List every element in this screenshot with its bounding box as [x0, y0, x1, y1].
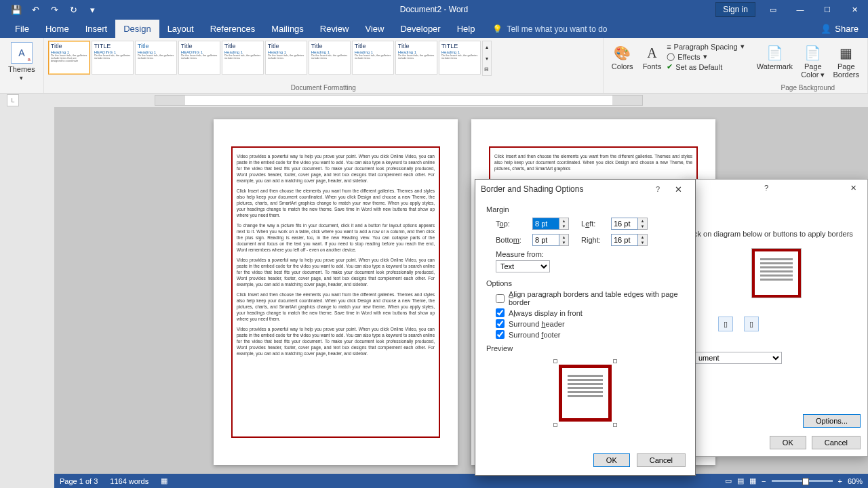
left-input[interactable]: [611, 218, 638, 230]
apply-to-select[interactable]: ument: [694, 352, 782, 364]
share-icon: 👤: [821, 24, 831, 34]
border-shading-options-dialog: Border and Shading Options ? ✕ Margin To…: [475, 179, 696, 476]
effects-label: Effects: [677, 53, 700, 61]
ok-button[interactable]: OK: [770, 436, 806, 449]
styleset-item[interactable]: TitleHeading 1On the Insert tab, the gal…: [395, 41, 437, 75]
view-web-icon[interactable]: ▦: [749, 476, 756, 485]
ribbon-options-icon[interactable]: ▭: [760, 0, 787, 19]
styleset-item[interactable]: TitleHeading 1On the Insert tab, the gal…: [222, 41, 264, 75]
title-bar: 💾 ↶ ↷ ↻ ▾ Document2 - Word Sign in ▭ — ☐…: [0, 0, 868, 19]
save-icon[interactable]: 💾: [7, 0, 26, 19]
display-front-checkbox[interactable]: [496, 308, 505, 317]
themes-button[interactable]: Aa Themes ▾: [4, 41, 39, 83]
tab-help[interactable]: Help: [449, 20, 484, 38]
align-checkbox[interactable]: [496, 294, 505, 303]
border-side-button[interactable]: ▯: [718, 317, 733, 331]
view-read-icon[interactable]: ▭: [725, 476, 732, 485]
zoom-level[interactable]: 60%: [848, 477, 863, 485]
watermark-button[interactable]: 📄Watermark: [753, 41, 797, 79]
themes-label: Themes: [8, 65, 35, 73]
tab-view[interactable]: View: [357, 20, 392, 38]
qat-more-icon[interactable]: ▾: [83, 0, 102, 19]
styleset-item[interactable]: TitleHeading 1On the Insert tab, the gal…: [265, 41, 307, 75]
tab-references[interactable]: References: [202, 20, 263, 38]
measure-from-select[interactable]: Text: [496, 260, 550, 272]
spacing-icon: ≡: [667, 43, 671, 51]
close-icon[interactable]: ✕: [667, 184, 690, 195]
tab-insert[interactable]: Insert: [77, 20, 116, 38]
sign-in-button[interactable]: Sign in: [715, 2, 755, 17]
tell-me-search[interactable]: 💡 Tell me what you want to do: [492, 20, 607, 38]
tab-file[interactable]: File: [7, 20, 37, 38]
right-input[interactable]: [611, 234, 638, 246]
top-spinner[interactable]: ▲▼: [532, 218, 569, 230]
left-spinner[interactable]: ▲▼: [611, 218, 648, 230]
border-side-button[interactable]: ▯: [744, 317, 759, 331]
page-borders-button[interactable]: ▦PageBorders: [829, 41, 863, 79]
styleset-item[interactable]: TitleHEADING 1On the Insert tab, the gal…: [178, 41, 220, 75]
close-icon[interactable]: ✕: [843, 184, 863, 192]
tab-review[interactable]: Review: [312, 20, 357, 38]
macro-icon[interactable]: ▦: [161, 476, 167, 485]
styleset-item[interactable]: TitleHeading 1On the Insert tab, the gal…: [352, 41, 394, 75]
zoom-slider[interactable]: [772, 480, 833, 482]
repeat-icon[interactable]: ↻: [64, 0, 83, 19]
tab-design[interactable]: Design: [115, 20, 159, 38]
zoom-in-icon[interactable]: +: [838, 477, 842, 485]
chevron-down-icon: ▾: [741, 42, 745, 51]
paragraph-spacing-button[interactable]: ≡Paragraph Spacing ▾: [667, 42, 745, 51]
options-label: Options: [486, 279, 684, 287]
styleset-item[interactable]: TitleHeading 1On the Insert tab, the gal…: [48, 41, 90, 75]
tab-developer[interactable]: Developer: [392, 20, 448, 38]
surround-header-label: Surround header: [509, 320, 565, 328]
redo-icon[interactable]: ↷: [45, 0, 64, 19]
display-front-label: Always display in front: [509, 309, 583, 317]
undo-icon[interactable]: ↶: [26, 0, 45, 19]
preview-hint: ck on diagram below or buttons to apply …: [694, 230, 859, 238]
top-input[interactable]: [532, 218, 559, 230]
left-label: Left:: [581, 220, 607, 228]
maximize-icon[interactable]: ☐: [814, 0, 841, 19]
bottom-spinner[interactable]: ▲▼: [532, 234, 569, 246]
measure-from-label: Measure from:: [496, 250, 684, 258]
zoom-out-icon[interactable]: −: [762, 477, 766, 485]
preview-label: Preview: [486, 344, 684, 352]
page-text: Click Insert and then choose the element…: [494, 153, 692, 176]
help-icon[interactable]: ?: [649, 185, 667, 193]
styleset-item[interactable]: TITLEHEADING 1On the Insert tab, the gal…: [92, 41, 134, 75]
cancel-button[interactable]: Cancel: [812, 436, 861, 449]
view-print-icon[interactable]: ▤: [737, 476, 744, 485]
page-status[interactable]: Page 1 of 3: [60, 477, 98, 485]
help-icon[interactable]: ?: [756, 184, 776, 192]
surround-footer-checkbox[interactable]: [496, 330, 505, 339]
page-color-icon: 📄: [804, 43, 821, 62]
gallery-more-button[interactable]: ▴▾⊟: [482, 41, 492, 76]
bottom-input[interactable]: [532, 234, 559, 246]
page-color-button[interactable]: 📄PageColor ▾: [797, 41, 829, 79]
right-spinner[interactable]: ▲▼: [611, 234, 648, 246]
tab-mailings[interactable]: Mailings: [263, 20, 312, 38]
word-count[interactable]: 1164 words: [110, 477, 149, 485]
preview-thumb[interactable]: [752, 249, 801, 298]
ruler-corner[interactable]: L: [7, 94, 19, 106]
styleset-item[interactable]: TitleHeading 1On the Insert tab, the gal…: [309, 41, 351, 75]
ribbon-tabs: File Home Insert Design Layout Reference…: [0, 19, 868, 38]
styleset-item[interactable]: TitleHeading 1On the Insert tab, the gal…: [135, 41, 177, 75]
set-default-button[interactable]: ✔Set as Default: [667, 62, 745, 71]
options-button[interactable]: Options...: [803, 414, 861, 428]
minimize-icon[interactable]: —: [787, 0, 814, 19]
share-button[interactable]: 👤 Share: [811, 20, 868, 38]
cancel-button[interactable]: Cancel: [637, 453, 686, 467]
styleset-item[interactable]: TITLEHeading 1On the Insert tab, the gal…: [439, 41, 481, 75]
effects-button[interactable]: ◯Effects ▾: [667, 52, 745, 61]
page-1[interactable]: Video provides a powerful way to help yo…: [214, 119, 458, 465]
tab-home[interactable]: Home: [37, 20, 77, 38]
tab-layout[interactable]: Layout: [159, 20, 202, 38]
surround-header-checkbox[interactable]: [496, 319, 505, 328]
horizontal-ruler[interactable]: [155, 95, 643, 106]
ok-button[interactable]: OK: [593, 453, 630, 467]
close-icon[interactable]: ✕: [841, 0, 868, 19]
styleset-gallery[interactable]: TitleHeading 1On the Insert tab, the gal…: [48, 41, 599, 76]
colors-button[interactable]: 🎨 Colors: [608, 41, 637, 71]
fonts-button[interactable]: A Fonts: [639, 41, 666, 71]
